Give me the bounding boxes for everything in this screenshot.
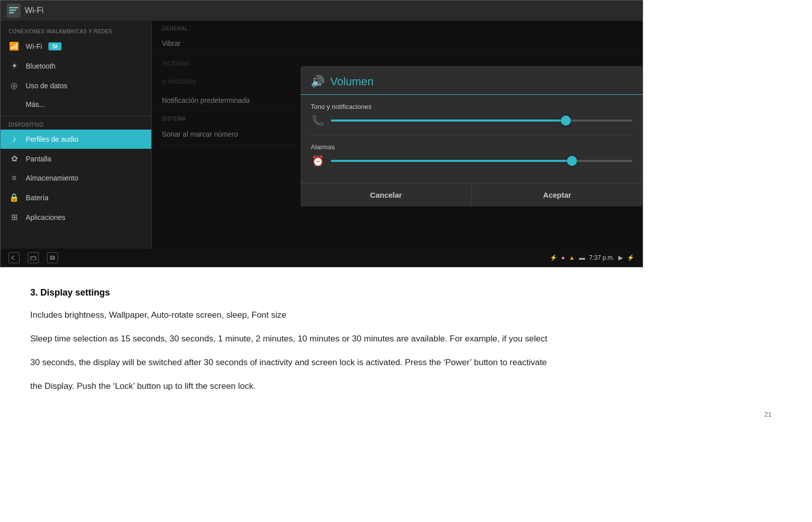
cancel-button[interactable]: Cancelar <box>301 184 472 206</box>
time-display: 7:37 p.m. <box>589 254 614 261</box>
colorful-icon: ● <box>561 254 565 261</box>
sidebar-item-datos-label: Uso de datos <box>26 82 68 90</box>
dialog-body: Tono y notificaciones 📞 <box>301 95 643 183</box>
wifi-icon: 📶 <box>9 41 20 51</box>
bateria-icon: 🔒 <box>9 193 20 202</box>
dialog-title: Volumen <box>330 75 374 88</box>
sidebar-item-aplicaciones[interactable]: ⊞ Aplicaciones <box>1 207 151 227</box>
status-bar: ⚡ ● ▲ ▬ 7:37 p.m. ▶ ⚡ <box>1 249 643 267</box>
perfiles-icon: ♪ <box>9 135 20 144</box>
status-bar-right: ⚡ ● ▲ ▬ 7:37 p.m. ▶ ⚡ <box>550 254 634 261</box>
main-layout: CONEXIONES INALÁMBRICAS Y REDES 📶 Wi-Fi … <box>1 21 643 267</box>
sidebar-item-wifi-label: Wi-Fi <box>26 42 42 50</box>
slider-alarmas-fill <box>331 160 572 162</box>
doc-para3: 30 seconds, the display will be switched… <box>30 356 751 370</box>
dialog-overlay: 🔊 Volumen Tono y notificaciones 📞 <box>152 21 643 267</box>
usb-icon: ⚡ <box>550 254 557 261</box>
slider-tono-thumb[interactable] <box>561 115 571 126</box>
device-screen: Wi-Fi CONEXIONES INALÁMBRICAS Y REDES 📶 … <box>0 0 643 267</box>
sidebar-item-pantalla-label: Pantalla <box>26 155 51 163</box>
nav-buttons <box>9 252 58 263</box>
slider-alarmas-label: Alarmas <box>311 143 632 151</box>
volume-dialog: 🔊 Volumen Tono y notificaciones 📞 <box>301 66 643 206</box>
sidebar-section1-label: CONEXIONES INALÁMBRICAS Y REDES <box>1 25 151 36</box>
back-button[interactable] <box>9 252 20 263</box>
sidebar-item-aplicaciones-label: Aplicaciones <box>26 213 66 221</box>
slider-alarmas-row: ⏰ <box>311 155 632 167</box>
top-bar-title: Wi-Fi <box>25 6 43 15</box>
sound-icon: ▬ <box>579 254 585 261</box>
datos-icon: ◎ <box>9 81 20 90</box>
sidebar-item-bluetooth[interactable]: ✦ Bluetooth <box>1 56 151 76</box>
document-area: 3. Display settings Includes brightness,… <box>0 267 782 423</box>
slider-tono: Tono y notificaciones 📞 <box>311 103 632 127</box>
app-icon <box>7 4 21 18</box>
svg-rect-3 <box>31 257 36 260</box>
sidebar-divider <box>1 115 151 116</box>
sidebar-item-almacenamiento[interactable]: ≡ Almacenamiento <box>1 168 151 188</box>
slider-alarmas: Alarmas ⏰ <box>311 143 632 167</box>
volume-icon: 🔊 <box>311 75 324 88</box>
sidebar-item-wifi[interactable]: 📶 Wi-Fi SI <box>1 36 151 56</box>
slider-tono-row: 📞 <box>311 114 632 127</box>
doc-para2: Sleep time selection as 15 seconds, 30 s… <box>30 332 751 346</box>
dialog-header: 🔊 Volumen <box>301 66 643 95</box>
content-area: GENERAL Vibrar recibidas o recibidas Not… <box>152 21 643 267</box>
home-button[interactable] <box>28 252 39 263</box>
svg-rect-0 <box>9 7 18 9</box>
bluetooth-icon: ✦ <box>9 61 20 71</box>
doc-para1: Includes brightness, Wallpaper, Auto-rot… <box>30 308 751 323</box>
sidebar-item-mas[interactable]: Más... <box>1 95 151 113</box>
doc-heading: 3. Display settings <box>30 287 751 298</box>
slider-alarmas-thumb[interactable] <box>567 156 577 166</box>
warning-icon: ▲ <box>569 254 575 261</box>
almacenamiento-icon: ≡ <box>9 173 20 183</box>
slider-tono-label: Tono y notificaciones <box>311 103 632 110</box>
accept-button[interactable]: Aceptar <box>472 184 643 206</box>
svg-rect-2 <box>9 12 14 14</box>
sidebar-item-perfiles-label: Perfiles de audio <box>26 135 78 143</box>
svg-rect-5 <box>51 257 53 259</box>
pantalla-icon: ✿ <box>9 154 20 163</box>
sidebar-item-perfiles[interactable]: ♪ Perfiles de audio <box>1 130 151 149</box>
sidebar-item-bateria[interactable]: 🔒 Batería <box>1 188 151 207</box>
recents-button[interactable] <box>47 252 58 263</box>
sidebar-item-datos[interactable]: ◎ Uso de datos <box>1 76 151 95</box>
phone-icon: 📞 <box>311 114 325 127</box>
aplicaciones-icon: ⊞ <box>9 212 20 222</box>
page-number: 21 <box>765 411 772 418</box>
dialog-mid-divider <box>311 135 632 135</box>
svg-rect-1 <box>9 10 16 11</box>
sidebar-item-almacenamiento-label: Almacenamiento <box>26 174 78 182</box>
wifi-toggle[interactable]: SI <box>48 42 62 50</box>
doc-para4: the Display. Push the ‘Lock’ button up t… <box>30 379 751 394</box>
battery-icon: ⚡ <box>627 254 634 261</box>
sidebar-item-bluetooth-label: Bluetooth <box>26 62 55 70</box>
slider-alarmas-track[interactable] <box>331 160 632 162</box>
slider-tono-track[interactable] <box>331 120 632 122</box>
sidebar: CONEXIONES INALÁMBRICAS Y REDES 📶 Wi-Fi … <box>1 21 152 267</box>
sidebar-section2-label: DISPOSITIVO <box>1 118 151 130</box>
sidebar-item-bateria-label: Batería <box>26 194 48 202</box>
top-bar: Wi-Fi <box>1 1 643 21</box>
sidebar-item-pantalla[interactable]: ✿ Pantalla <box>1 149 151 168</box>
sidebar-item-mas-label: Más... <box>26 100 45 108</box>
dialog-footer: Cancelar Aceptar <box>301 183 643 206</box>
signal-icon: ▶ <box>618 254 623 261</box>
slider-tono-fill <box>331 120 566 122</box>
alarm-icon: ⏰ <box>311 155 325 167</box>
